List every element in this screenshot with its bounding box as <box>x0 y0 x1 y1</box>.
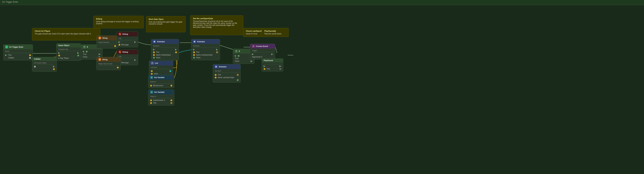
anim-set-bool-1-sublabel: Set Bool <box>153 45 177 47</box>
debug-log-1-in-row <box>118 41 136 43</box>
get-var-obj-sublabel: Object ▾ <box>150 95 172 97</box>
anim-sb2-this-out <box>216 51 218 53</box>
get-var-obj-label: Get Variable <box>154 91 164 93</box>
get-var-scene-header: S Get Variable <box>148 75 174 80</box>
get-variable-object-node: O Get Variable Object ▾ GateNumber ▾ Thi… <box>148 89 174 105</box>
debug-log-1-msg-row: Message <box>118 43 136 46</box>
if-label-1: If <box>87 46 88 48</box>
string-not-enter-icon: S <box>98 58 101 61</box>
get-var-scene-sublabel: Scene ▾ <box>150 81 172 83</box>
animator-set-bool-2-node: ▶ Animator Set Bool This Name canOpenGat… <box>191 39 220 60</box>
compare-tag-body: Compare Tag ● Tag: Player <box>56 47 81 61</box>
custom-event-out-port <box>272 53 273 55</box>
list-get-item-sublabel: Get Item <box>151 67 171 68</box>
anim-gb-out-row <box>215 79 239 81</box>
list-icon: ≡ <box>151 62 154 65</box>
title-text: On Trigger Enter <box>2 1 18 3</box>
get-var-obj-header: O Get Variable <box>148 90 174 94</box>
anim-set-bool-1-body: Set Bool This Name IsGateOpen Value <box>151 44 179 60</box>
bug-icon-1: 🐛 <box>118 33 122 35</box>
playsound-body: This <box>262 62 283 71</box>
anim-sb2-name-label: Name canOpenGate <box>196 54 212 56</box>
if-cond-port-2 <box>238 55 240 57</box>
if-in-port-2 <box>235 55 237 57</box>
anim-icon-2: ▶ <box>193 40 196 43</box>
custom-event-sublabel: Trigger <box>252 50 273 51</box>
anim-sb2-out-port <box>216 49 218 51</box>
anim-sb2-in-row <box>193 48 218 51</box>
list-get-item-label: List <box>155 62 158 64</box>
comment-set-can-open-body: ThecanOpenGate should be set to the vaue… <box>193 20 240 28</box>
debug-log-1-sublabel: Log <box>118 37 136 39</box>
bug-icon-2: 🐛 <box>118 51 122 53</box>
gate-number-port <box>150 99 152 101</box>
comment-set-can-open: Set the canOpenGate ThecanOpenGate shoul… <box>190 15 243 35</box>
gate-number-row: GateNumber ▾ <box>150 99 172 102</box>
anim-get-bool-sublabel: Get Bool <box>215 70 239 72</box>
anim-sb2-name-row: Name canOpenGate <box>193 54 218 56</box>
comment-check-player-body: The gate should only check if it's open … <box>35 33 98 35</box>
on-trigger-enter-label: On Trigger Enter <box>9 46 24 48</box>
string-entered-sublabel: Player Entered <box>98 41 116 43</box>
anim-gb-this-row: This <box>215 74 239 76</box>
this-out-port <box>5 54 7 56</box>
anim-gb-name-row: Name canOpenGate <box>215 76 239 79</box>
list-get-item-body: Get Item Index <box>149 65 173 76</box>
string-entered-icon: S <box>98 37 101 39</box>
anim-sb1-this-out <box>175 51 177 53</box>
debug-log-2-msg-label: Message <box>122 62 129 64</box>
compare-in-port <box>58 52 60 54</box>
comment-check-player-title: Check for Player <box>35 30 98 32</box>
tag-label: ● Tag: Player <box>58 57 69 59</box>
custom-event-args-row: Arguments 0 <box>252 56 273 58</box>
comment-rest-gate-body: If we are entering the gate trigger the … <box>149 21 183 25</box>
animator-get-bool-node: ▶ Animator Get Bool This Name canOpenGat… <box>213 64 240 83</box>
animator-set-bool-1-node: ▶ Animator Set Bool This Name IsGateOpen… <box>151 39 179 60</box>
collider-header: Collider <box>32 57 57 61</box>
anim-sb2-this-label: This <box>196 51 200 53</box>
string-entered-out-port <box>114 45 116 47</box>
get-game-object-sublabel: Get Game Object <box>34 62 55 64</box>
this-obj-label: This <box>153 102 156 104</box>
mission-list-out-port <box>170 85 172 87</box>
custom-event-header: ⚡ Custom Event <box>250 44 275 49</box>
list-index-row: Index <box>151 72 171 75</box>
playsound-this-label: This <box>266 68 270 70</box>
list-in-port <box>151 70 153 72</box>
anim-sb2-value-port <box>193 57 195 59</box>
this-obj-port <box>150 102 152 104</box>
if-false-port-2 <box>251 60 252 62</box>
anim-get-bool-label: Animator <box>219 66 226 68</box>
canvas: Check for Player The gate should only ch… <box>0 5 644 174</box>
string-not-enter-out-row <box>98 66 119 69</box>
comment-debug-body: Send debug message to ensure the trigger… <box>96 21 141 24</box>
string-not-enter-header: S String <box>96 57 120 62</box>
anim-icon-3: ▶ <box>215 65 218 68</box>
compare-out-port <box>77 52 79 54</box>
string-entered-label: String <box>102 37 108 39</box>
playsound-in-port <box>264 65 266 67</box>
get-var-scene-label: Get Variable <box>154 77 164 79</box>
if-false-label-2: False <box>235 60 239 62</box>
on-trigger-enter-node: + On Trigger Enter Event This Collider <box>3 44 33 60</box>
if-false-row-2: False <box>235 60 252 63</box>
list-in-row <box>151 70 171 72</box>
anim-sb1-value-port <box>153 57 155 59</box>
anim-get-bool-body: Get Bool This Name canOpenGate <box>213 69 240 83</box>
if-true-row-1: True <box>83 53 100 56</box>
comment-debug-title: Debug <box>96 18 141 20</box>
playsound-header: PlaySound <box>262 59 283 62</box>
if-in-port-1 <box>83 51 85 53</box>
anim-gb-this-port <box>215 74 216 76</box>
anim-set-bool-2-header: ▶ Animator <box>191 39 220 44</box>
event-sublabel: Event <box>5 50 31 52</box>
get-var-scene-body: Scene ▾ MissionList ▾ <box>148 80 174 88</box>
anim-set-bool-2-sublabel: Set Bool <box>193 45 218 47</box>
if-icon-1: ? <box>83 46 86 48</box>
anim-get-bool-header: ▶ Animator <box>213 64 240 69</box>
custom-event-icon: ⚡ <box>252 45 255 48</box>
collider-in-row <box>34 65 55 68</box>
anim-set-bool-1-label: Animator <box>157 41 165 43</box>
string-player-not-enter-node: S String Player did not enter <box>96 57 121 70</box>
anim-sb2-value-row: Value <box>193 56 218 59</box>
